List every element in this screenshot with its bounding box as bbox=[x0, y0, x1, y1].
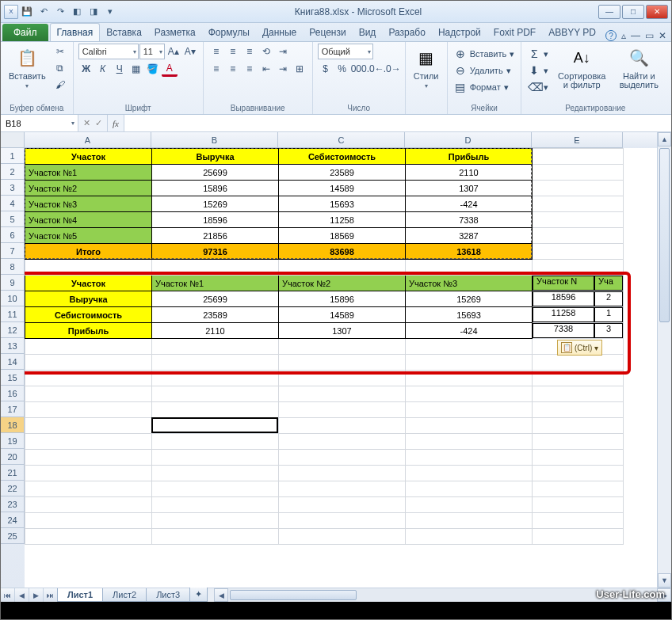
ribbon-tab[interactable]: Данные bbox=[256, 24, 303, 41]
cell[interactable] bbox=[25, 418, 152, 434]
column-headers[interactable]: ABCDE bbox=[25, 132, 657, 148]
minimize-button[interactable]: — bbox=[598, 5, 620, 19]
cell[interactable] bbox=[25, 371, 152, 386]
find-select-button[interactable]: 🔍 Найти и выделить bbox=[613, 44, 664, 91]
column-header[interactable]: D bbox=[405, 132, 532, 148]
cell[interactable] bbox=[25, 260, 152, 276]
cell[interactable]: Итого bbox=[25, 244, 152, 260]
cell[interactable]: Выручка bbox=[25, 291, 152, 307]
cells-area[interactable]: УчастокВыручкаСебистоимостьПрибыльУчасто… bbox=[25, 148, 657, 588]
align-left-icon[interactable]: ≡ bbox=[208, 61, 224, 77]
cell[interactable] bbox=[533, 371, 624, 386]
row-header[interactable]: 17 bbox=[1, 401, 25, 417]
cell[interactable]: Участок NУча bbox=[533, 276, 624, 291]
maximize-button[interactable]: □ bbox=[622, 5, 644, 19]
cell[interactable]: Участок №1 bbox=[152, 276, 279, 291]
cell[interactable] bbox=[25, 355, 152, 371]
currency-icon[interactable]: $ bbox=[318, 61, 334, 77]
number-format-combo[interactable]: Общий bbox=[318, 44, 373, 59]
doc-restore-icon[interactable]: ▭ bbox=[645, 30, 654, 41]
cell[interactable] bbox=[533, 497, 624, 513]
ribbon-tab[interactable]: Разрабо bbox=[382, 24, 432, 41]
format-cells-button[interactable]: ▤Формат ▾ bbox=[452, 80, 510, 94]
cell[interactable] bbox=[533, 450, 624, 466]
cell[interactable]: 18569 bbox=[279, 228, 406, 244]
cell[interactable]: 15693 bbox=[406, 307, 533, 323]
cell[interactable] bbox=[406, 371, 533, 386]
cell[interactable] bbox=[533, 196, 624, 212]
fill-button[interactable]: ⬇▾ bbox=[526, 63, 550, 78]
row-header[interactable]: 16 bbox=[1, 386, 25, 401]
row-header[interactable]: 14 bbox=[1, 354, 25, 370]
cell[interactable]: 25699 bbox=[152, 165, 279, 181]
ribbon-minimize-icon[interactable]: ▵ bbox=[621, 30, 626, 41]
save-icon[interactable]: 💾 bbox=[19, 4, 35, 20]
cell[interactable] bbox=[533, 402, 624, 418]
redo-icon[interactable]: ↷ bbox=[52, 4, 68, 20]
cell[interactable] bbox=[25, 402, 152, 418]
next-sheet-icon[interactable]: ▶ bbox=[29, 588, 44, 602]
enter-formula-icon[interactable]: ✓ bbox=[95, 118, 102, 128]
cell[interactable] bbox=[533, 481, 624, 497]
delete-cells-button[interactable]: ⊖Удалить ▾ bbox=[452, 63, 513, 78]
cell[interactable] bbox=[152, 513, 279, 529]
cell[interactable]: Участок №2 bbox=[279, 276, 406, 291]
cell[interactable] bbox=[533, 513, 624, 529]
sheet-tabs[interactable]: Лист1Лист2Лист3✦ bbox=[58, 588, 208, 602]
row-header[interactable]: 9 bbox=[1, 275, 25, 291]
row-header[interactable]: 19 bbox=[1, 433, 25, 449]
merge-icon[interactable]: ⊞ bbox=[292, 61, 307, 77]
cell[interactable]: 15269 bbox=[152, 196, 279, 212]
cell[interactable]: Себистоимость bbox=[25, 307, 152, 323]
cell[interactable] bbox=[533, 386, 624, 402]
border-icon[interactable]: ▦ bbox=[128, 61, 144, 77]
cell[interactable] bbox=[279, 402, 406, 418]
cell[interactable] bbox=[279, 355, 406, 371]
cell[interactable] bbox=[533, 529, 624, 545]
cell[interactable]: 15896 bbox=[152, 181, 279, 196]
cell[interactable]: 3287 bbox=[406, 228, 533, 244]
cell[interactable] bbox=[152, 481, 279, 497]
file-tab[interactable]: Файл bbox=[2, 24, 48, 41]
cell[interactable]: Себистоимость bbox=[279, 149, 406, 165]
cell[interactable] bbox=[533, 355, 624, 371]
cell[interactable]: 83698 bbox=[279, 244, 406, 260]
row-header[interactable]: 13 bbox=[1, 338, 25, 354]
cell[interactable] bbox=[533, 244, 624, 260]
indent-inc-icon[interactable]: ⇥ bbox=[275, 61, 291, 77]
cell[interactable] bbox=[406, 260, 533, 276]
cell[interactable] bbox=[152, 386, 279, 402]
cell[interactable] bbox=[533, 466, 624, 481]
cell[interactable] bbox=[152, 260, 279, 276]
autosum-button[interactable]: Σ▾ bbox=[526, 47, 550, 61]
cell[interactable] bbox=[152, 418, 279, 434]
cell[interactable]: Участок №2 bbox=[25, 181, 152, 196]
cell[interactable]: Участок bbox=[25, 276, 152, 291]
row-header[interactable]: 3 bbox=[1, 180, 25, 196]
ribbon-tab[interactable]: Разметка bbox=[148, 24, 202, 41]
select-all-button[interactable] bbox=[1, 132, 25, 148]
cell[interactable] bbox=[279, 529, 406, 545]
cell[interactable]: 97316 bbox=[152, 244, 279, 260]
ribbon-tab[interactable]: Foxit PDF bbox=[487, 24, 542, 41]
row-header[interactable]: 8 bbox=[1, 259, 25, 275]
cell[interactable]: 23589 bbox=[279, 165, 406, 181]
cell[interactable]: Участок №1 bbox=[25, 165, 152, 181]
cell[interactable]: 2110 bbox=[152, 323, 279, 339]
row-header[interactable]: 24 bbox=[1, 512, 25, 528]
cell[interactable]: Участок №3 bbox=[406, 276, 533, 291]
cell[interactable] bbox=[152, 355, 279, 371]
align-middle-icon[interactable]: ≡ bbox=[225, 44, 241, 59]
spreadsheet-grid[interactable]: ABCDE 1234567891011121314151617181920212… bbox=[1, 132, 671, 602]
cell[interactable]: Выручка bbox=[152, 149, 279, 165]
cell[interactable] bbox=[152, 466, 279, 481]
cell[interactable]: Участок №4 bbox=[25, 212, 152, 228]
qat-btn-2[interactable]: ◨ bbox=[86, 4, 101, 20]
cell[interactable]: Участок №3 bbox=[25, 196, 152, 212]
underline-icon[interactable]: Ч bbox=[112, 61, 128, 77]
scroll-up-icon[interactable]: ▲ bbox=[658, 132, 671, 146]
cell[interactable]: Прибыль bbox=[25, 323, 152, 339]
cell[interactable] bbox=[279, 466, 406, 481]
cell[interactable] bbox=[533, 149, 624, 165]
copy-icon[interactable]: ⧉ bbox=[52, 60, 68, 76]
